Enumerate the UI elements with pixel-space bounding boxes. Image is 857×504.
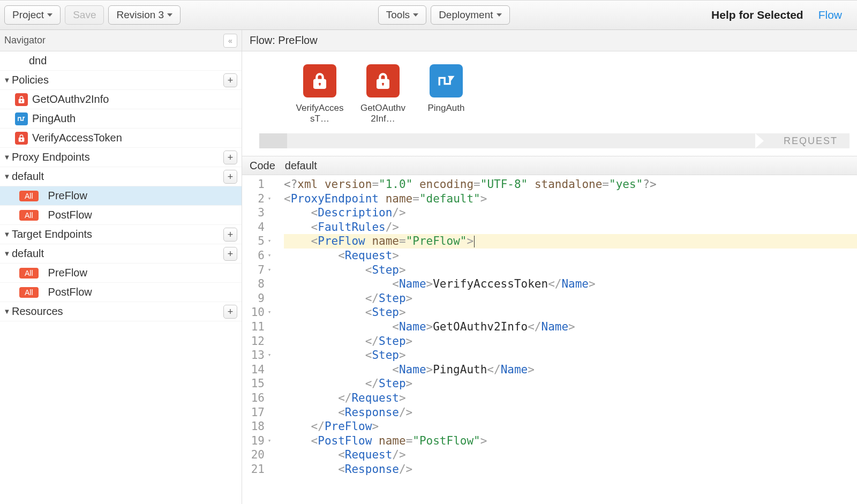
code-line[interactable]: <Name>GetOAuthv2Info</Name> xyxy=(284,320,857,334)
disclosure-open-icon: ▼ xyxy=(2,307,12,315)
code-line[interactable]: <Name>VerifyAccessToken</Name> xyxy=(284,277,857,291)
code-area[interactable]: <?xml version="1.0" encoding="UTF-8" sta… xyxy=(277,175,857,504)
code-line[interactable]: <PreFlow name="PreFlow"> xyxy=(284,234,857,249)
code-line[interactable]: </Request> xyxy=(284,391,857,405)
gutter-line: 21 xyxy=(242,462,274,477)
code-line[interactable]: <Step> xyxy=(284,348,857,363)
revision-menu[interactable]: Revision 3 xyxy=(108,5,181,25)
flow-item[interactable]: All PreFlow xyxy=(0,264,242,283)
save-button[interactable]: Save xyxy=(65,5,104,25)
target-endpoints-section[interactable]: ▼ Target Endpoints + xyxy=(0,225,242,244)
code-line[interactable]: <Request> xyxy=(284,249,857,263)
code-line[interactable]: <Name>PingAuth</Name> xyxy=(284,363,857,377)
code-line[interactable]: </Step> xyxy=(284,291,857,306)
disclosure-open-icon: ▼ xyxy=(2,172,12,180)
code-line[interactable]: <?xml version="1.0" encoding="UTF-8" sta… xyxy=(284,177,857,192)
caret-down-icon xyxy=(167,13,172,17)
policy-item[interactable]: VerifyAccessToken xyxy=(0,129,242,148)
flow-policy-label: PingAuth xyxy=(422,103,470,114)
resources-section[interactable]: ▼ Resources + xyxy=(0,302,242,321)
gutter-line: 17 xyxy=(242,405,274,420)
add-proxy-flow-button[interactable]: + xyxy=(223,170,237,184)
policy-item[interactable]: PingAuth xyxy=(0,109,242,129)
flow-policy-node[interactable]: PingAuth xyxy=(422,64,470,114)
code-line[interactable]: </Step> xyxy=(284,334,857,349)
flow-canvas[interactable]: VerifyAccessT… GetOAuthv2Inf… PingAuth xyxy=(242,51,857,124)
fold-icon[interactable]: ▾ xyxy=(267,434,272,448)
code-header: Code default xyxy=(242,156,857,175)
gutter-line: 3 xyxy=(242,206,274,220)
add-proxy-endpoint-button[interactable]: + xyxy=(223,151,237,164)
gutter-line: 16 xyxy=(242,391,274,405)
code-line[interactable]: <FaultRules/> xyxy=(284,220,857,235)
caret-down-icon xyxy=(413,13,418,17)
gutter-line: 15 xyxy=(242,377,274,391)
collapse-sidebar-icon[interactable]: « xyxy=(223,34,237,48)
fold-icon[interactable]: ▾ xyxy=(267,249,272,263)
code-line[interactable]: </Step> xyxy=(284,377,857,391)
add-resource-button[interactable]: + xyxy=(223,305,237,319)
help-label: Help for Selected xyxy=(707,9,810,21)
flow-icon xyxy=(15,112,28,125)
caret-down-icon xyxy=(497,13,502,17)
flow-item[interactable]: All PostFlow xyxy=(0,283,242,302)
gutter-line: 18 xyxy=(242,419,274,434)
deployment-menu[interactable]: Deployment xyxy=(431,5,509,25)
flow-policy-node[interactable]: GetOAuthv2Inf… xyxy=(359,64,407,124)
gutter-line: 10▾ xyxy=(242,305,274,320)
policy-item[interactable]: GetOAuthv2Info xyxy=(0,90,242,109)
flow-item-label: PostFlow xyxy=(48,209,92,221)
code-line[interactable]: </PreFlow> xyxy=(284,419,857,434)
fold-icon[interactable]: ▾ xyxy=(267,263,272,277)
lock-icon xyxy=(15,132,28,145)
code-line[interactable]: <PostFlow name="PostFlow"> xyxy=(284,434,857,448)
all-badge: All xyxy=(19,191,39,201)
project-root[interactable]: dnd xyxy=(0,51,242,71)
code-line[interactable]: <ProxyEndpoint name="default"> xyxy=(284,192,857,206)
tools-menu[interactable]: Tools xyxy=(378,5,426,25)
request-pipeline-bar: REQUEST xyxy=(259,133,850,148)
code-line[interactable]: <Response/> xyxy=(284,405,857,420)
code-line[interactable]: <Step> xyxy=(284,305,857,320)
flow-policy-node[interactable]: VerifyAccessT… xyxy=(296,64,344,124)
flow-link[interactable]: Flow xyxy=(814,9,853,21)
gutter-line: 20 xyxy=(242,448,274,462)
flow-item[interactable]: All PreFlow xyxy=(0,186,242,206)
disclosure-open-icon: ▼ xyxy=(2,153,12,161)
policies-section[interactable]: ▼ Policies + xyxy=(0,71,242,90)
project-menu[interactable]: Project xyxy=(4,5,61,25)
gutter-line: 9 xyxy=(242,291,274,306)
svg-rect-0 xyxy=(14,58,22,59)
main-content: Flow: PreFlow VerifyAccessT… GetOAuthv2I… xyxy=(242,30,857,504)
caret-down-icon xyxy=(47,13,52,17)
project-menu-label: Project xyxy=(12,9,44,21)
fold-icon[interactable]: ▾ xyxy=(267,348,272,363)
flow-item[interactable]: All PostFlow xyxy=(0,206,242,225)
code-line[interactable]: <Request/> xyxy=(284,448,857,462)
svg-rect-2 xyxy=(14,63,22,64)
code-editor[interactable]: 12▾345▾6▾7▾8910▾111213▾141516171819▾2021… xyxy=(242,175,857,504)
target-endpoint-default[interactable]: ▼ default + xyxy=(0,244,242,264)
code-line[interactable]: <Response/> xyxy=(284,462,857,477)
list-icon xyxy=(12,55,25,67)
fold-icon[interactable]: ▾ xyxy=(267,192,272,206)
proxy-endpoints-section[interactable]: ▼ Proxy Endpoints + xyxy=(0,148,242,167)
blue-flow-icon xyxy=(430,64,463,97)
add-policy-button[interactable]: + xyxy=(223,73,237,87)
gutter-line: 7▾ xyxy=(242,263,274,277)
code-line[interactable]: <Description/> xyxy=(284,206,857,220)
all-badge: All xyxy=(19,287,39,298)
proxy-endpoint-default[interactable]: ▼ default + xyxy=(0,167,242,186)
gutter-line: 5▾ xyxy=(242,234,274,249)
fold-icon[interactable]: ▾ xyxy=(267,234,272,249)
fold-icon[interactable]: ▾ xyxy=(267,305,272,320)
revision-menu-label: Revision 3 xyxy=(116,9,164,21)
svg-rect-1 xyxy=(14,61,22,62)
add-target-endpoint-button[interactable]: + xyxy=(223,228,237,242)
flow-policy-label: VerifyAccessT… xyxy=(296,103,344,124)
chevron-right-icon xyxy=(755,133,764,148)
code-line[interactable]: <Step> xyxy=(284,263,857,277)
flow-policy-label: GetOAuthv2Inf… xyxy=(359,103,407,124)
gutter-line: 13▾ xyxy=(242,348,274,363)
add-target-flow-button[interactable]: + xyxy=(223,247,237,261)
